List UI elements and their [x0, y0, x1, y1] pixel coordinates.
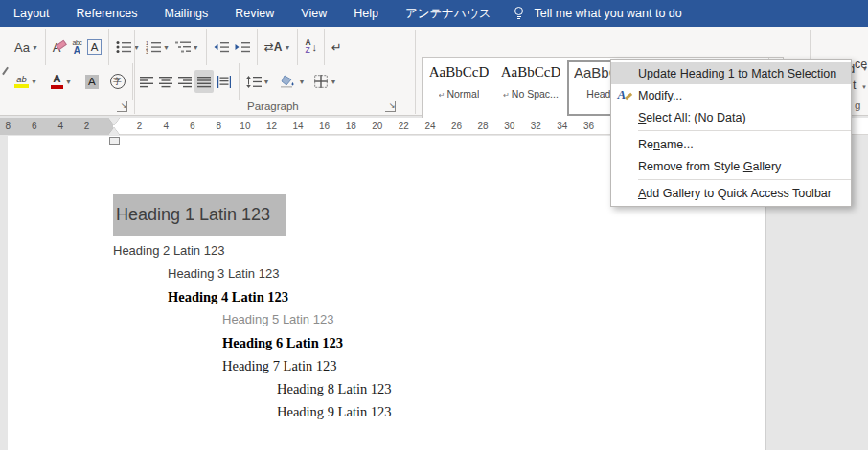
- first-line-indent-marker[interactable]: [108, 118, 120, 125]
- left-indent-marker[interactable]: [109, 137, 120, 145]
- modify-style-icon: A: [618, 89, 632, 102]
- hanging-indent-marker[interactable]: [108, 127, 120, 135]
- heading-9[interactable]: Heading 9 Latin 123: [277, 404, 392, 420]
- ruler-number: 28: [478, 121, 489, 131]
- ruler-number: 10: [240, 121, 250, 131]
- ribbon-tab-mailings[interactable]: Mailings: [150, 0, 221, 27]
- decrease-indent-button[interactable]: [211, 35, 232, 58]
- tell-me-label[interactable]: Tell me what you want to do: [534, 7, 681, 20]
- menu-item-label: Modify...: [638, 89, 682, 102]
- ruler-number: 2: [137, 121, 143, 131]
- word-window: LayoutReferencesMailingsReviewViewHelpアン…: [0, 0, 868, 450]
- font-dialog-launcher[interactable]: ↘: [117, 101, 127, 112]
- multilevel-list-button[interactable]: ▼: [172, 35, 202, 58]
- ruler-number: 6: [190, 121, 195, 131]
- menu-separator: [638, 130, 851, 131]
- ruler-number: 8: [217, 121, 222, 131]
- ribbon-tab-view[interactable]: View: [287, 0, 340, 27]
- align-left-button[interactable]: [137, 70, 156, 93]
- increase-indent-button[interactable]: [232, 35, 253, 58]
- paragraph-mark-icon: ↵: [439, 91, 445, 100]
- replace-label-fragment[interactable]: ce: [855, 57, 867, 71]
- ruler-number: 22: [399, 121, 409, 131]
- line-spacing-button[interactable]: ▼: [243, 70, 273, 93]
- ruler-number: 18: [346, 121, 356, 131]
- menu-item-remove[interactable]: Remove from Style Gallery: [611, 155, 851, 177]
- separator: [45, 29, 46, 65]
- enclose-characters-button[interactable]: 字: [107, 70, 128, 93]
- align-right-button[interactable]: [175, 70, 194, 93]
- shading-button[interactable]: ▼: [278, 70, 308, 93]
- sort-button[interactable]: AZ↓: [302, 35, 320, 58]
- paragraph-mark-icon: ↵: [503, 91, 510, 100]
- ribbon-tab-bar: LayoutReferencesMailingsReviewViewHelpアン…: [0, 0, 868, 27]
- separator: [297, 29, 298, 65]
- text-highlight-color-button[interactable]: ab▼: [11, 70, 40, 93]
- asian-layout-button[interactable]: ⇄A▼: [262, 35, 294, 58]
- style-preview: AaBbCcD: [501, 64, 561, 80]
- modify-style-icon: A: [611, 89, 638, 102]
- numbered-list-button[interactable]: 123 ▼: [143, 35, 172, 58]
- ruler-number: 34: [557, 121, 567, 131]
- ruler-number: 4: [163, 121, 169, 131]
- ribbon-tab-review[interactable]: Review: [221, 0, 287, 27]
- clear-formatting-button[interactable]: A: [50, 35, 64, 58]
- ruler-number: 26: [451, 121, 462, 131]
- menu-item-rename[interactable]: Rename...: [611, 133, 851, 155]
- paragraph-dialog-launcher[interactable]: ↘: [385, 101, 396, 112]
- menu-item-label: Rename...: [638, 138, 694, 151]
- style-gallery-item-1[interactable]: AaBbCcD↵Normal: [423, 60, 494, 116]
- menu-separator: [638, 179, 851, 180]
- separator: [108, 29, 109, 65]
- separator: [206, 29, 207, 65]
- ribbon-tab--[interactable]: アンテナハウス: [392, 0, 505, 27]
- lightbulb-icon: [514, 7, 525, 21]
- tell-me-box[interactable]: Tell me what you want to do: [514, 7, 681, 21]
- style-context-menu: Update Heading 1 to Match SelectionAModi…: [610, 59, 852, 207]
- style-preview: AaBbCcD: [429, 64, 490, 80]
- menu-item-select[interactable]: Select All: (No Data): [611, 106, 851, 128]
- menu-item-modify[interactable]: AModify...: [611, 84, 851, 106]
- ruler-number: 30: [504, 121, 514, 131]
- change-case-button[interactable]: Aa▼: [11, 35, 41, 58]
- character-shading-button[interactable]: A: [82, 70, 102, 93]
- distribute-button[interactable]: [214, 70, 235, 93]
- font-color-button[interactable]: A▼: [48, 70, 75, 93]
- menu-item-label: Select All: (No Data): [638, 111, 746, 124]
- heading-5[interactable]: Heading 5 Latin 123: [222, 312, 333, 326]
- heading-7[interactable]: Heading 7 Latin 123: [222, 358, 337, 374]
- ribbon-tab-layout[interactable]: Layout: [0, 0, 63, 27]
- ruler-margin-number: 2: [84, 121, 90, 131]
- align-center-button[interactable]: [156, 70, 175, 93]
- menu-item-label: Remove from Style Gallery: [638, 160, 781, 173]
- borders-button[interactable]: ▼: [311, 70, 339, 93]
- style-gallery-item-2[interactable]: AaBbCcD↵No Spac...: [495, 60, 566, 116]
- ribbon-tab-help[interactable]: Help: [340, 0, 392, 27]
- heading-6[interactable]: Heading 6 Latin 123: [222, 335, 343, 351]
- bullet-list-button[interactable]: ▼: [113, 35, 143, 58]
- menu-item-update[interactable]: Update Heading 1 to Match Selection: [611, 62, 851, 84]
- heading-1-selected[interactable]: Heading 1 Latin 123: [113, 194, 286, 236]
- heading-3[interactable]: Heading 3 Latin 123: [168, 266, 279, 281]
- separator: [239, 63, 240, 100]
- ruler-number: 24: [424, 121, 435, 131]
- heading-4[interactable]: Heading 4 Latin 123: [168, 289, 288, 305]
- ruler-number: 14: [292, 121, 303, 131]
- ribbon-tab-references[interactable]: References: [63, 0, 151, 27]
- character-border-button[interactable]: A: [84, 35, 104, 58]
- ruler-number: 36: [583, 121, 594, 131]
- ruler-margin-number: 6: [32, 121, 37, 131]
- heading-2[interactable]: Heading 2 Latin 123: [113, 243, 224, 258]
- show-formatting-marks-button[interactable]: ↵: [329, 35, 345, 58]
- phonetic-guide-button[interactable]: abcA: [70, 35, 85, 58]
- heading-8[interactable]: Heading 8 Latin 123: [277, 381, 392, 397]
- justify-button[interactable]: [194, 70, 214, 93]
- ruler-number: 20: [372, 121, 382, 131]
- menu-item-add[interactable]: Add Gallery to Quick Access Toolbar: [611, 182, 851, 204]
- ruler-margin-number: 8: [6, 121, 11, 131]
- style-label: ↵No Spac...: [503, 88, 559, 100]
- menu-item-label: Update Heading 1 to Match Selection: [638, 67, 836, 80]
- ruler-number: 16: [319, 121, 330, 131]
- clipped-icon-fragment: [0, 64, 9, 75]
- select-label-fragment[interactable]: t ▼: [853, 79, 867, 92]
